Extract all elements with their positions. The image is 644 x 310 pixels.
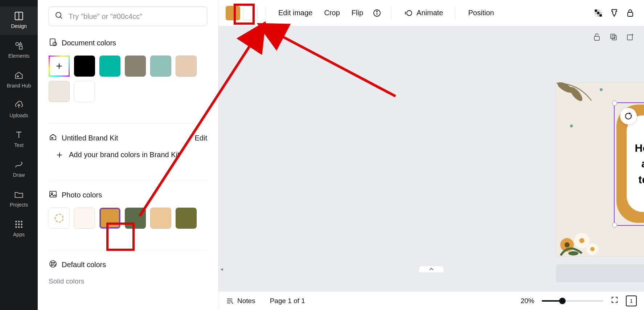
svg-point-5: [15, 221, 17, 223]
add-brand-colors[interactable]: Add your brand colors in Brand Kit: [49, 151, 207, 159]
animate-button[interactable]: Animate: [400, 7, 447, 20]
svg-rect-23: [50, 191, 56, 197]
color-swatch[interactable]: [150, 56, 171, 77]
fullscreen-icon[interactable]: [611, 296, 619, 306]
rail-design[interactable]: Design: [0, 7, 38, 35]
page-count-button[interactable]: 1: [626, 295, 637, 306]
photo-color-swatch[interactable]: [74, 208, 95, 229]
svg-rect-41: [599, 14, 602, 17]
svg-point-7: [21, 221, 22, 223]
crop-button[interactable]: Crop: [320, 7, 344, 19]
lock-button[interactable]: [624, 7, 637, 20]
scroll-left-icon[interactable]: ◀: [219, 266, 224, 272]
rail-elements[interactable]: Elements: [0, 36, 38, 65]
photo-color-swatch[interactable]: [49, 208, 70, 229]
svg-point-25: [50, 261, 56, 267]
color-swatch[interactable]: [74, 81, 95, 102]
context-toolbar: Edit image Crop Flip Animate Position: [218, 0, 644, 26]
svg-point-14: [56, 12, 61, 17]
info-button[interactable]: [370, 7, 383, 20]
toolbar-fill-color[interactable]: [226, 6, 240, 20]
svg-point-12: [18, 226, 20, 228]
svg-point-69: [579, 238, 584, 243]
position-button[interactable]: Position: [464, 7, 498, 19]
brand-kit-label: Untitled Brand Kit: [62, 134, 118, 142]
color-swatch[interactable]: [125, 56, 146, 77]
apps-icon: [14, 219, 24, 229]
solid-colors-label: Solid colors: [49, 277, 207, 285]
photo-color-swatch-selected[interactable]: [99, 208, 120, 229]
document-colors-row: [49, 56, 207, 102]
photo-color-swatch[interactable]: [150, 208, 171, 229]
add-brand-label: Add your brand colors in Brand Kit: [69, 151, 180, 159]
svg-rect-3: [19, 46, 22, 49]
zoom-value[interactable]: 20%: [521, 297, 534, 305]
rail-apps[interactable]: Apps: [0, 215, 38, 243]
text-icon: [14, 130, 24, 140]
copy-style-button[interactable]: [608, 7, 621, 20]
regenerate-button[interactable]: [620, 108, 637, 125]
rail-projects[interactable]: Projects: [0, 185, 38, 213]
edit-image-button[interactable]: Edit image: [274, 7, 317, 19]
canvas-viewport[interactable]: How do you put a box around text in Canv…: [218, 26, 644, 291]
color-swatch[interactable]: [99, 56, 120, 77]
default-colors-label: Default colors: [62, 261, 106, 269]
brand-kit-edit[interactable]: Edit: [195, 134, 207, 142]
photo-color-swatch[interactable]: [125, 208, 146, 229]
add-color-swatch[interactable]: [49, 56, 70, 77]
document-colors-label: Document colors: [62, 39, 116, 47]
rail-uploads[interactable]: Uploads: [0, 96, 38, 124]
decoration-dot: [570, 124, 573, 128]
transparency-button[interactable]: [592, 7, 605, 20]
uploads-icon: [14, 100, 24, 110]
unlock-page-icon[interactable]: [592, 32, 602, 42]
svg-point-13: [21, 226, 22, 228]
svg-point-8: [15, 224, 17, 225]
svg-rect-36: [595, 12, 597, 14]
rail-brandhub[interactable]: Brand Hub: [0, 66, 38, 94]
draw-icon: [14, 160, 24, 170]
page-indicator[interactable]: Page 1 of 1: [270, 297, 305, 305]
svg-point-6: [18, 221, 20, 223]
brand-kit-icon: [49, 133, 57, 143]
svg-rect-39: [595, 14, 597, 17]
color-swatch[interactable]: [49, 81, 70, 102]
rail-text[interactable]: Text: [0, 126, 38, 154]
document-colors-icon: [49, 38, 57, 48]
color-swatch[interactable]: [176, 56, 197, 77]
corner-decoration: [556, 82, 596, 122]
rail-draw[interactable]: Draw: [0, 155, 38, 184]
toolbar-border-color[interactable]: [243, 6, 258, 20]
add-page-button[interactable]: + Add page: [556, 264, 644, 282]
svg-rect-37: [597, 12, 600, 14]
svg-point-10: [21, 224, 22, 225]
svg-point-32: [407, 11, 412, 16]
notes-icon[interactable]: Notes: [226, 297, 255, 305]
color-search[interactable]: [49, 7, 207, 26]
rail-label: Uploads: [9, 113, 28, 118]
projects-icon: [14, 189, 24, 200]
design-icon: [14, 11, 24, 21]
search-input[interactable]: [69, 12, 201, 21]
color-swatch[interactable]: [74, 56, 95, 77]
duplicate-page-icon[interactable]: [608, 32, 619, 42]
svg-rect-33: [595, 9, 597, 12]
resize-handle[interactable]: [612, 223, 617, 228]
svg-point-72: [568, 251, 578, 256]
timeline-expand-tab[interactable]: [419, 266, 444, 272]
flower-decoration: [556, 217, 603, 257]
resize-handle[interactable]: [612, 101, 617, 106]
zoom-slider[interactable]: [542, 300, 603, 302]
photo-color-swatch[interactable]: [176, 208, 197, 229]
svg-point-62: [600, 88, 603, 91]
rail-label: Design: [11, 23, 27, 29]
svg-point-27: [54, 262, 55, 264]
svg-point-71: [590, 247, 595, 251]
svg-line-15: [60, 17, 62, 19]
add-page-icon[interactable]: [625, 32, 635, 42]
svg-point-67: [565, 242, 570, 248]
svg-point-28: [52, 265, 53, 266]
svg-point-11: [15, 226, 17, 228]
decoration-dot: [599, 88, 603, 91]
flip-button[interactable]: Flip: [347, 7, 368, 19]
